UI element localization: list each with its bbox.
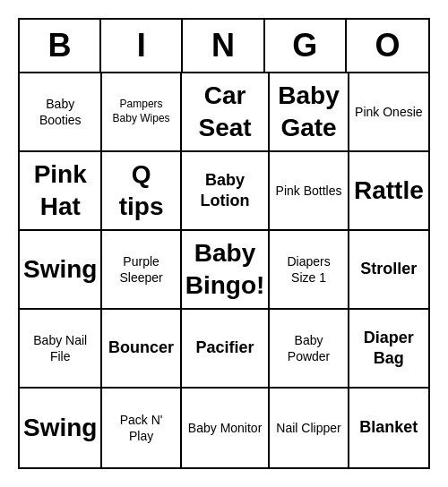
bingo-cell: Nail Clipper	[270, 389, 349, 467]
bingo-cell: Baby Booties	[20, 73, 102, 152]
cell-text: Nail Clipper	[276, 420, 340, 436]
cell-text: Baby Monitor	[188, 420, 262, 436]
cell-text: Baby Powder	[273, 332, 343, 364]
bingo-cell: Bouncer	[102, 310, 181, 389]
cell-text: Pink Hat	[23, 158, 97, 224]
bingo-cell: Baby Lotion	[182, 152, 271, 231]
cell-text: Baby Lotion	[185, 170, 265, 212]
bingo-cell: Stroller	[349, 231, 428, 310]
bingo-cell: Baby Bingo!	[182, 231, 271, 310]
bingo-cell: Blanket	[349, 389, 428, 467]
header-letter: G	[265, 20, 347, 72]
bingo-cell: Baby Nail File	[20, 310, 102, 389]
header-letter: O	[347, 20, 428, 72]
bingo-cell: Pink Bottles	[270, 152, 349, 231]
cell-text: Pack N' Play	[106, 412, 176, 444]
cell-text: Baby Booties	[23, 96, 97, 128]
cell-text: Pacifier	[196, 337, 254, 358]
bingo-cell: Baby Gate	[270, 73, 349, 152]
cell-text: Car Seat	[185, 80, 265, 145]
cell-text: Diapers Size 1	[273, 253, 343, 286]
bingo-cell: Pampers Baby Wipes	[102, 73, 181, 152]
header-letter: B	[20, 20, 101, 72]
bingo-grid: Baby BootiesPampers Baby WipesCar SeatBa…	[20, 73, 428, 467]
cell-text: Baby Bingo!	[185, 237, 265, 303]
bingo-cell: Rattle	[349, 152, 428, 231]
cell-text: Stroller	[360, 259, 417, 279]
cell-text: Rattle	[354, 175, 424, 207]
cell-text: Q tips	[106, 158, 176, 224]
cell-text: Diaper Bag	[353, 328, 425, 370]
bingo-card: BINGO Baby BootiesPampers Baby WipesCar …	[18, 18, 430, 469]
bingo-header: BINGO	[20, 20, 428, 73]
bingo-cell: Purple Sleeper	[102, 231, 181, 310]
cell-text: Purple Sleeper	[106, 253, 176, 286]
bingo-cell: Pacifier	[182, 310, 271, 389]
bingo-cell: Diapers Size 1	[270, 231, 349, 310]
cell-text: Pink Onesie	[355, 104, 422, 120]
cell-text: Swing	[23, 253, 97, 286]
cell-text: Bouncer	[108, 337, 174, 358]
cell-text: Baby Gate	[273, 80, 343, 145]
bingo-cell: Swing	[20, 389, 102, 467]
cell-text: Blanket	[359, 417, 418, 438]
bingo-cell: Diaper Bag	[349, 310, 428, 389]
bingo-cell: Q tips	[102, 152, 181, 231]
cell-text: Pink Bottles	[276, 183, 342, 199]
header-letter: N	[183, 20, 264, 72]
bingo-cell: Pink Onesie	[349, 73, 428, 152]
cell-text: Baby Nail File	[23, 332, 97, 364]
cell-text: Swing	[23, 412, 97, 444]
bingo-cell: Pink Hat	[20, 152, 102, 231]
header-letter: I	[101, 20, 183, 72]
bingo-cell: Car Seat	[182, 73, 271, 152]
bingo-cell: Baby Powder	[270, 310, 349, 389]
bingo-cell: Baby Monitor	[182, 389, 271, 467]
bingo-cell: Swing	[20, 231, 102, 310]
cell-text: Pampers Baby Wipes	[106, 98, 176, 125]
bingo-cell: Pack N' Play	[102, 389, 181, 467]
